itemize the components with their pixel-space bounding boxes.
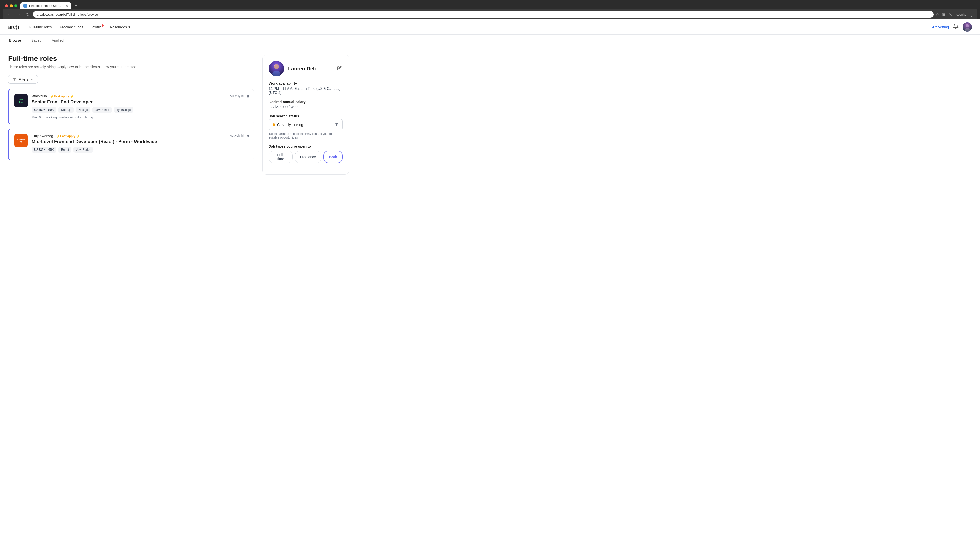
resources-chevron-icon: ▼: [128, 25, 131, 29]
job-search-status-label: Job search status: [269, 114, 343, 118]
back-button[interactable]: ←: [6, 11, 13, 18]
company-name: Empowerreg: [32, 134, 53, 138]
job-header: Empowerreg Fast apply ⚡ Actively hiring: [32, 134, 249, 138]
tab-browse[interactable]: Browse: [8, 35, 22, 46]
site-header: arc() Full-time roles Freelance jobs Pro…: [0, 19, 980, 35]
company-logo: empowerreg: [14, 134, 27, 147]
job-type-both-button[interactable]: Both: [323, 151, 343, 163]
job-type-fulltime-button[interactable]: Full-time: [269, 151, 293, 163]
tag: Next.js: [76, 107, 90, 113]
tab-close-icon[interactable]: ✕: [65, 4, 68, 8]
header-right: Arc vetting: [932, 22, 972, 32]
desired-salary-section: Desired annual salary US $50,000 / year: [269, 100, 343, 109]
svg-point-0: [950, 13, 951, 14]
work-availability-value: 11 PM - 11 AM, Eastern Time (US & Canada…: [269, 86, 343, 95]
tag: JavaScript: [73, 147, 93, 152]
tag: Node.js: [59, 107, 74, 113]
desired-salary-value: US $50,000 / year: [269, 105, 343, 109]
job-type-freelance-button[interactable]: Freelance: [295, 151, 321, 163]
job-types-buttons: Full-time Freelance Both: [269, 151, 343, 163]
tag: JavaScript: [92, 107, 112, 113]
bookmark-icon[interactable]: ☆: [935, 12, 939, 17]
forward-button[interactable]: →: [15, 11, 22, 18]
nav-resources[interactable]: Resources ▼: [110, 25, 131, 29]
job-details: Empowerreg Fast apply ⚡ Actively hiring …: [32, 134, 249, 155]
job-tags: US$35K - 45K React JavaScript: [32, 147, 249, 152]
job-title: Mid-Level Frontend Developer (React) - P…: [32, 139, 249, 144]
svg-point-8: [274, 64, 279, 69]
address-bar[interactable]: arc.dev/dashboard/d/full-time-jobs/brows…: [33, 11, 934, 17]
job-types-section: Job types you're open to Full-time Freel…: [269, 144, 343, 163]
nav-freelance-jobs[interactable]: Freelance jobs: [60, 25, 83, 29]
edit-profile-button[interactable]: [336, 65, 343, 73]
profile-avatar: [269, 61, 284, 76]
status-note: Talent partners and clients may contact …: [269, 132, 343, 139]
nav-full-time-roles[interactable]: Full-time roles: [29, 25, 52, 29]
tab-saved[interactable]: Saved: [30, 35, 43, 46]
profile-card: Lauren Deli Work availability 11 PM - 11…: [262, 55, 349, 175]
profile-header: Lauren Deli: [269, 61, 343, 76]
job-tags: US$50K - 80K Node.js Next.js JavaScript …: [32, 107, 249, 113]
incognito-badge: Incognito: [948, 12, 966, 17]
filters-chevron-icon: ▼: [30, 78, 33, 81]
hiring-status: Actively hiring: [230, 94, 249, 98]
job-card[interactable]: empowerreg Empowerreg Fast apply ⚡ Activ…: [8, 129, 254, 160]
page-title: Full-time roles: [8, 55, 254, 63]
sub-nav: Browse Saved Applied: [0, 35, 980, 46]
jobs-panel: Full-time roles These roles are actively…: [8, 55, 254, 175]
reload-button[interactable]: ↻: [24, 11, 31, 18]
main-nav: Full-time roles Freelance jobs Profile R…: [29, 25, 131, 29]
job-types-label: Job types you're open to: [269, 144, 343, 148]
notifications-button[interactable]: [953, 24, 959, 30]
main-content: Full-time roles These roles are actively…: [0, 46, 357, 183]
work-availability-section: Work availability 11 PM - 11 AM, Eastern…: [269, 81, 343, 95]
fast-apply-badge: Fast apply: [56, 135, 75, 138]
tab-applied[interactable]: Applied: [51, 35, 65, 46]
logo[interactable]: arc(): [8, 24, 19, 30]
job-header: Workduo Fast apply ⚡ Actively hiring: [32, 94, 249, 98]
profile-panel: Lauren Deli Work availability 11 PM - 11…: [262, 55, 349, 175]
new-tab-button[interactable]: +: [73, 2, 80, 10]
hiring-status: Actively hiring: [230, 134, 249, 138]
status-dot: [272, 124, 275, 126]
job-card[interactable]: WorkDuo Workduo Fast apply ⚡ Actively hi…: [8, 89, 254, 124]
job-search-status-value: Casually looking: [277, 123, 303, 127]
profile-name: Lauren Deli: [288, 66, 316, 72]
job-title: Senior Front-End Developer: [32, 99, 249, 105]
svg-point-2: [966, 24, 969, 27]
lightning-icon: ⚡: [70, 95, 74, 98]
nav-profile[interactable]: Profile: [91, 25, 102, 29]
active-tab[interactable]: Hire Top Remote Software Dev... ✕: [21, 2, 72, 10]
status-chevron-icon: ▼: [334, 122, 339, 127]
filter-icon: [13, 77, 17, 81]
arc-vetting-link[interactable]: Arc vetting: [932, 25, 949, 29]
extensions-icon[interactable]: ▣: [942, 12, 945, 17]
company-name: Workduo: [32, 94, 47, 98]
tab-title: Hire Top Remote Software Dev...: [29, 4, 62, 8]
job-details: Workduo Fast apply ⚡ Actively hiring Sen…: [32, 94, 249, 119]
url-text: arc.dev/dashboard/d/full-time-jobs/brows…: [37, 13, 98, 16]
desired-salary-label: Desired annual salary: [269, 100, 343, 104]
user-avatar[interactable]: [963, 22, 972, 32]
filters-button[interactable]: Filters ▼: [8, 75, 38, 84]
svg-point-10: [274, 65, 275, 66]
job-search-status-section: Job search status Casually looking ▼ Tal…: [269, 114, 343, 139]
tag: React: [59, 147, 72, 152]
menu-icon[interactable]: ⋮: [969, 11, 974, 17]
work-availability-label: Work availability: [269, 81, 343, 86]
company-logo: WorkDuo: [14, 94, 27, 107]
page-subtitle: These roles are actively hiring. Apply n…: [8, 65, 254, 69]
lightning-icon: ⚡: [76, 135, 80, 138]
job-search-status-select[interactable]: Casually looking ▼: [269, 119, 343, 130]
tag: US$50K - 80K: [32, 107, 56, 113]
tag: US$35K - 45K: [32, 147, 56, 152]
job-meta: Min. 6 hr working overlap with Hong Kong: [32, 115, 249, 119]
profile-notification-dot: [102, 24, 103, 27]
filters-bar: Filters ▼: [8, 75, 254, 84]
fast-apply-badge: Fast apply: [50, 95, 69, 98]
tag: TypeScript: [114, 107, 134, 113]
